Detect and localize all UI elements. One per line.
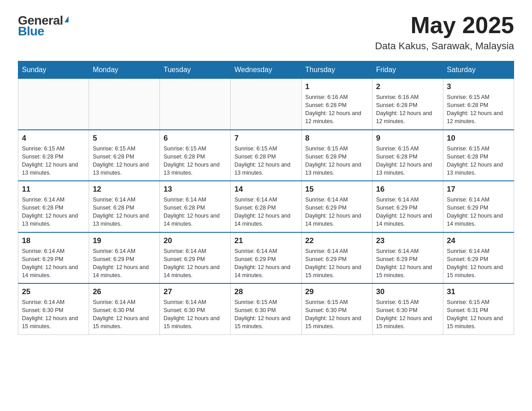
day-number: 10 xyxy=(447,134,510,143)
day-number: 6 xyxy=(163,134,227,143)
calendar-cell: 3Sunrise: 6:15 AM Sunset: 6:28 PM Daylig… xyxy=(443,79,514,130)
day-number: 25 xyxy=(22,287,85,296)
calendar-cell: 11Sunrise: 6:14 AM Sunset: 6:28 PM Dayli… xyxy=(18,181,89,232)
day-info: Sunrise: 6:14 AM Sunset: 6:28 PM Dayligh… xyxy=(93,196,156,228)
calendar-header-tuesday: Tuesday xyxy=(160,61,231,79)
day-info: Sunrise: 6:15 AM Sunset: 6:30 PM Dayligh… xyxy=(376,298,439,331)
day-number: 9 xyxy=(376,134,439,143)
calendar-cell: 28Sunrise: 6:15 AM Sunset: 6:30 PM Dayli… xyxy=(231,283,301,334)
calendar-cell: 22Sunrise: 6:14 AM Sunset: 6:29 PM Dayli… xyxy=(301,232,372,284)
day-number: 30 xyxy=(376,287,439,296)
logo-blue-text: Blue xyxy=(18,24,44,39)
calendar-cell: 29Sunrise: 6:15 AM Sunset: 6:30 PM Dayli… xyxy=(301,283,372,334)
calendar-week-row: 1Sunrise: 6:16 AM Sunset: 6:28 PM Daylig… xyxy=(18,79,514,130)
day-info: Sunrise: 6:14 AM Sunset: 6:29 PM Dayligh… xyxy=(447,247,510,280)
calendar-week-row: 4Sunrise: 6:15 AM Sunset: 6:28 PM Daylig… xyxy=(18,130,514,181)
day-number: 5 xyxy=(93,134,156,143)
day-number: 22 xyxy=(305,236,369,245)
day-number: 26 xyxy=(93,287,156,296)
day-info: Sunrise: 6:14 AM Sunset: 6:28 PM Dayligh… xyxy=(22,196,85,228)
day-info: Sunrise: 6:14 AM Sunset: 6:29 PM Dayligh… xyxy=(305,196,369,228)
month-year-title: May 2025 xyxy=(375,13,514,37)
day-info: Sunrise: 6:14 AM Sunset: 6:29 PM Dayligh… xyxy=(376,247,439,280)
day-info: Sunrise: 6:14 AM Sunset: 6:30 PM Dayligh… xyxy=(22,298,85,331)
calendar-cell: 26Sunrise: 6:14 AM Sunset: 6:30 PM Dayli… xyxy=(89,283,160,334)
day-number: 29 xyxy=(305,287,369,296)
calendar-cell: 31Sunrise: 6:15 AM Sunset: 6:31 PM Dayli… xyxy=(443,283,514,334)
calendar-cell: 4Sunrise: 6:15 AM Sunset: 6:28 PM Daylig… xyxy=(18,130,89,181)
calendar-cell: 10Sunrise: 6:15 AM Sunset: 6:28 PM Dayli… xyxy=(443,130,514,181)
calendar-cell: 21Sunrise: 6:14 AM Sunset: 6:29 PM Dayli… xyxy=(231,232,301,284)
calendar-cell: 8Sunrise: 6:15 AM Sunset: 6:28 PM Daylig… xyxy=(301,130,372,181)
calendar-header-wednesday: Wednesday xyxy=(231,61,301,79)
calendar-cell: 9Sunrise: 6:15 AM Sunset: 6:28 PM Daylig… xyxy=(372,130,443,181)
calendar-cell xyxy=(231,79,301,130)
day-number: 12 xyxy=(93,185,156,194)
day-info: Sunrise: 6:14 AM Sunset: 6:30 PM Dayligh… xyxy=(163,298,227,331)
title-section: May 2025 Data Kakus, Sarawak, Malaysia xyxy=(375,13,514,52)
location-subtitle: Data Kakus, Sarawak, Malaysia xyxy=(375,40,514,52)
calendar-cell: 16Sunrise: 6:14 AM Sunset: 6:29 PM Dayli… xyxy=(372,181,443,232)
day-number: 2 xyxy=(376,82,439,91)
day-info: Sunrise: 6:14 AM Sunset: 6:29 PM Dayligh… xyxy=(305,247,369,280)
calendar-cell: 7Sunrise: 6:15 AM Sunset: 6:28 PM Daylig… xyxy=(231,130,301,181)
day-number: 1 xyxy=(305,82,369,91)
day-info: Sunrise: 6:15 AM Sunset: 6:28 PM Dayligh… xyxy=(163,145,227,177)
day-number: 18 xyxy=(22,236,85,245)
calendar-cell: 12Sunrise: 6:14 AM Sunset: 6:28 PM Dayli… xyxy=(89,181,160,232)
day-info: Sunrise: 6:14 AM Sunset: 6:29 PM Dayligh… xyxy=(376,196,439,228)
calendar-cell: 19Sunrise: 6:14 AM Sunset: 6:29 PM Dayli… xyxy=(89,232,160,284)
calendar-cell: 15Sunrise: 6:14 AM Sunset: 6:29 PM Dayli… xyxy=(301,181,372,232)
calendar-cell: 25Sunrise: 6:14 AM Sunset: 6:30 PM Dayli… xyxy=(18,283,89,334)
day-info: Sunrise: 6:14 AM Sunset: 6:28 PM Dayligh… xyxy=(163,196,227,228)
day-info: Sunrise: 6:15 AM Sunset: 6:28 PM Dayligh… xyxy=(234,145,297,177)
calendar-cell: 2Sunrise: 6:16 AM Sunset: 6:28 PM Daylig… xyxy=(372,79,443,130)
day-number: 13 xyxy=(163,185,227,194)
day-number: 14 xyxy=(234,185,297,194)
day-number: 4 xyxy=(22,134,85,143)
calendar-header-thursday: Thursday xyxy=(301,61,372,79)
day-number: 24 xyxy=(447,236,510,245)
day-number: 23 xyxy=(376,236,439,245)
day-number: 31 xyxy=(447,287,510,296)
day-info: Sunrise: 6:14 AM Sunset: 6:29 PM Dayligh… xyxy=(447,196,510,228)
page-header: General Blue May 2025 Data Kakus, Sarawa… xyxy=(18,13,514,52)
day-number: 15 xyxy=(305,185,369,194)
day-info: Sunrise: 6:15 AM Sunset: 6:28 PM Dayligh… xyxy=(376,145,439,177)
calendar-week-row: 11Sunrise: 6:14 AM Sunset: 6:28 PM Dayli… xyxy=(18,181,514,232)
calendar-cell xyxy=(18,79,89,130)
day-info: Sunrise: 6:15 AM Sunset: 6:28 PM Dayligh… xyxy=(93,145,156,177)
calendar-week-row: 18Sunrise: 6:14 AM Sunset: 6:29 PM Dayli… xyxy=(18,232,514,284)
day-info: Sunrise: 6:14 AM Sunset: 6:29 PM Dayligh… xyxy=(163,247,227,280)
calendar-header-sunday: Sunday xyxy=(18,61,89,79)
day-number: 21 xyxy=(234,236,297,245)
day-info: Sunrise: 6:14 AM Sunset: 6:28 PM Dayligh… xyxy=(234,196,297,228)
logo-triangle-icon xyxy=(64,16,69,22)
day-info: Sunrise: 6:14 AM Sunset: 6:29 PM Dayligh… xyxy=(22,247,85,280)
day-number: 19 xyxy=(93,236,156,245)
calendar-week-row: 25Sunrise: 6:14 AM Sunset: 6:30 PM Dayli… xyxy=(18,283,514,334)
day-number: 17 xyxy=(447,185,510,194)
calendar-cell: 14Sunrise: 6:14 AM Sunset: 6:28 PM Dayli… xyxy=(231,181,301,232)
logo: General Blue xyxy=(18,13,69,39)
day-number: 28 xyxy=(234,287,297,296)
calendar-cell: 27Sunrise: 6:14 AM Sunset: 6:30 PM Dayli… xyxy=(160,283,231,334)
day-info: Sunrise: 6:14 AM Sunset: 6:29 PM Dayligh… xyxy=(234,247,297,280)
calendar-cell: 5Sunrise: 6:15 AM Sunset: 6:28 PM Daylig… xyxy=(89,130,160,181)
day-info: Sunrise: 6:16 AM Sunset: 6:28 PM Dayligh… xyxy=(305,93,369,126)
calendar-cell: 23Sunrise: 6:14 AM Sunset: 6:29 PM Dayli… xyxy=(372,232,443,284)
day-info: Sunrise: 6:14 AM Sunset: 6:30 PM Dayligh… xyxy=(93,298,156,331)
calendar-cell: 30Sunrise: 6:15 AM Sunset: 6:30 PM Dayli… xyxy=(372,283,443,334)
day-number: 27 xyxy=(163,287,227,296)
day-info: Sunrise: 6:15 AM Sunset: 6:28 PM Dayligh… xyxy=(22,145,85,177)
calendar-cell: 20Sunrise: 6:14 AM Sunset: 6:29 PM Dayli… xyxy=(160,232,231,284)
calendar-header-friday: Friday xyxy=(372,61,443,79)
day-info: Sunrise: 6:15 AM Sunset: 6:28 PM Dayligh… xyxy=(447,145,510,177)
day-number: 8 xyxy=(305,134,369,143)
day-info: Sunrise: 6:15 AM Sunset: 6:30 PM Dayligh… xyxy=(234,298,297,331)
calendar-header-monday: Monday xyxy=(89,61,160,79)
calendar-cell: 6Sunrise: 6:15 AM Sunset: 6:28 PM Daylig… xyxy=(160,130,231,181)
calendar-header-saturday: Saturday xyxy=(443,61,514,79)
calendar-cell: 1Sunrise: 6:16 AM Sunset: 6:28 PM Daylig… xyxy=(301,79,372,130)
calendar-cell: 13Sunrise: 6:14 AM Sunset: 6:28 PM Dayli… xyxy=(160,181,231,232)
